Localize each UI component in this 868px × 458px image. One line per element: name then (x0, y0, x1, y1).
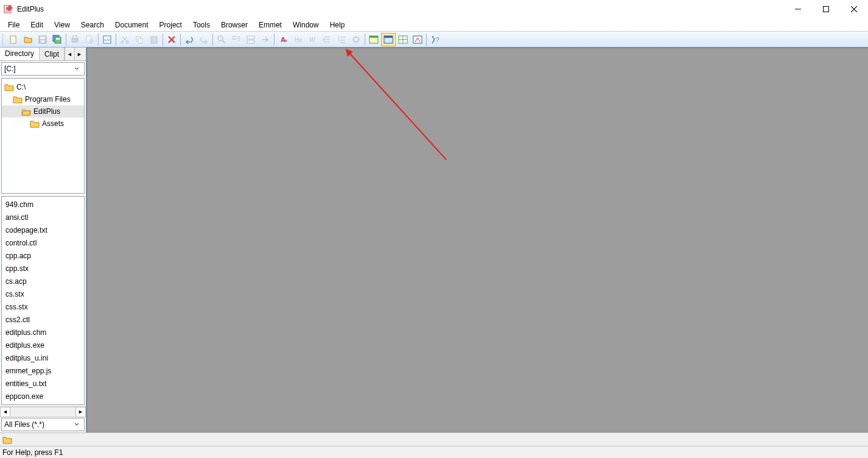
heading-icon[interactable]: Hx (290, 33, 305, 46)
undo-icon[interactable] (182, 33, 197, 46)
replace-icon[interactable] (243, 33, 258, 46)
menu-help[interactable]: Help (324, 19, 351, 30)
toolbar-sep (98, 33, 99, 46)
browser-active-icon[interactable] (381, 33, 396, 46)
find-next-icon[interactable] (229, 33, 243, 46)
file-item[interactable]: ansi.ctl (2, 211, 84, 224)
menu-file[interactable]: File (2, 19, 25, 30)
file-item[interactable]: cpp.acp (2, 249, 84, 262)
scroll-track[interactable] (10, 407, 75, 417)
delete-icon[interactable] (164, 33, 179, 46)
tab-scroll-left[interactable]: ◄ (65, 48, 74, 60)
maximize-button[interactable] (812, 0, 840, 18)
line-numbers-icon[interactable]: 12 (334, 33, 349, 46)
goto-icon[interactable] (258, 33, 273, 46)
folder-tree[interactable]: C:\Program FilesEditPlusAssets (1, 78, 85, 194)
browser2-icon[interactable] (396, 33, 410, 46)
menu-document[interactable]: Document (110, 19, 154, 30)
redo-icon[interactable] (197, 33, 211, 46)
file-item[interactable]: control.ctl (2, 236, 84, 249)
file-item[interactable]: cs.stx (2, 287, 84, 300)
print-icon[interactable] (68, 33, 82, 46)
browser-view-icon[interactable] (366, 33, 381, 46)
cut-icon[interactable] (117, 33, 132, 46)
menu-emmet[interactable]: Emmet (253, 19, 287, 30)
settings-icon[interactable] (349, 33, 363, 46)
svg-point-31 (354, 37, 359, 42)
save-all-icon[interactable] (50, 33, 65, 46)
sidebar: Directory Clipt ◄ ► [C:] C:\Program File… (0, 48, 86, 432)
tree-item[interactable]: Assets (2, 118, 84, 130)
scroll-left-icon[interactable]: ◄ (0, 407, 10, 417)
chevron-down-icon (72, 63, 82, 74)
menu-search[interactable]: Search (75, 19, 110, 30)
file-filter-dropdown[interactable]: All Files (*.*) (1, 418, 85, 431)
file-list[interactable]: 949.chmansi.ctlcodepage.txtcontrol.ctlcp… (1, 196, 85, 405)
svg-rect-9 (72, 38, 78, 42)
sidebar-tabs: Directory Clipt ◄ ► (0, 48, 86, 61)
file-item[interactable]: emmet_epp.js (2, 364, 84, 377)
file-item[interactable]: css2.ctl (2, 313, 84, 326)
file-item[interactable]: editplus_u.ini (2, 351, 84, 364)
document-tab-bar (0, 432, 868, 446)
hex-icon[interactable]: </> (100, 33, 114, 46)
tab-cliptext[interactable]: Clipt (40, 48, 65, 60)
find-icon[interactable] (214, 33, 229, 46)
svg-rect-18 (138, 38, 142, 43)
file-list-hscroll[interactable]: ◄ ► (0, 406, 86, 417)
window-controls (784, 0, 868, 18)
tree-item[interactable]: EditPlus (2, 105, 84, 118)
scroll-right-icon[interactable]: ► (75, 407, 86, 417)
toolbar-sep (116, 33, 116, 46)
folder-icon (4, 82, 14, 92)
editor-area (86, 48, 868, 432)
file-item[interactable]: entities_u.txt (2, 377, 84, 390)
toolbar-grip[interactable] (2, 33, 5, 46)
menu-browser[interactable]: Browser (215, 19, 253, 30)
toolbar-sep (212, 33, 213, 46)
menu-edit[interactable]: Edit (25, 19, 49, 30)
app-icon (4, 4, 13, 14)
font-icon[interactable]: Aa (276, 33, 290, 46)
copy-icon[interactable] (132, 33, 147, 46)
drive-dropdown[interactable]: [C:] (1, 62, 85, 76)
file-item[interactable]: css.stx (2, 300, 84, 313)
annotation-arrow (87, 48, 866, 432)
status-bar: For Help, press F1 (0, 446, 868, 458)
menu-view[interactable]: View (49, 19, 75, 30)
folder-icon (13, 94, 23, 104)
tab-directory[interactable]: Directory (0, 48, 40, 60)
save-icon[interactable] (35, 33, 50, 46)
svg-text:?: ? (436, 37, 439, 43)
help-icon[interactable]: ? (428, 33, 443, 46)
tree-item-label: Program Files (25, 95, 71, 104)
tab-scroll-right[interactable]: ► (74, 48, 84, 60)
open-icon[interactable] (21, 33, 35, 46)
file-item[interactable]: cpp.stx (2, 262, 84, 275)
svg-rect-24 (247, 40, 254, 43)
close-button[interactable] (840, 0, 868, 18)
menu-tools[interactable]: Tools (187, 19, 215, 30)
new-file-icon[interactable] (6, 33, 21, 46)
print-preview-icon[interactable] (82, 33, 97, 46)
file-item[interactable]: editplus.chm (2, 326, 84, 339)
file-item[interactable]: codepage.txt (2, 224, 84, 236)
paste-icon[interactable] (147, 33, 161, 46)
file-item[interactable]: cs.acp (2, 275, 84, 287)
svg-rect-35 (384, 36, 393, 38)
menu-project[interactable]: Project (154, 19, 187, 30)
folder-icon[interactable] (2, 435, 12, 445)
file-item[interactable]: editplus.exe (2, 339, 84, 351)
file-item[interactable]: 949.chm (2, 198, 84, 211)
svg-text:Hx: Hx (295, 37, 302, 43)
word-wrap-icon[interactable]: W (305, 33, 320, 46)
file-item[interactable]: eppcon.exe (2, 390, 84, 403)
toolbar-sep (365, 33, 365, 46)
menu-window[interactable]: Window (287, 19, 324, 30)
tree-item[interactable]: C:\ (2, 81, 84, 93)
indent-icon[interactable] (320, 33, 334, 46)
browser3-icon[interactable] (410, 33, 425, 46)
toolbar-sep (274, 33, 275, 46)
minimize-button[interactable] (784, 0, 812, 18)
tree-item[interactable]: Program Files (2, 93, 84, 105)
